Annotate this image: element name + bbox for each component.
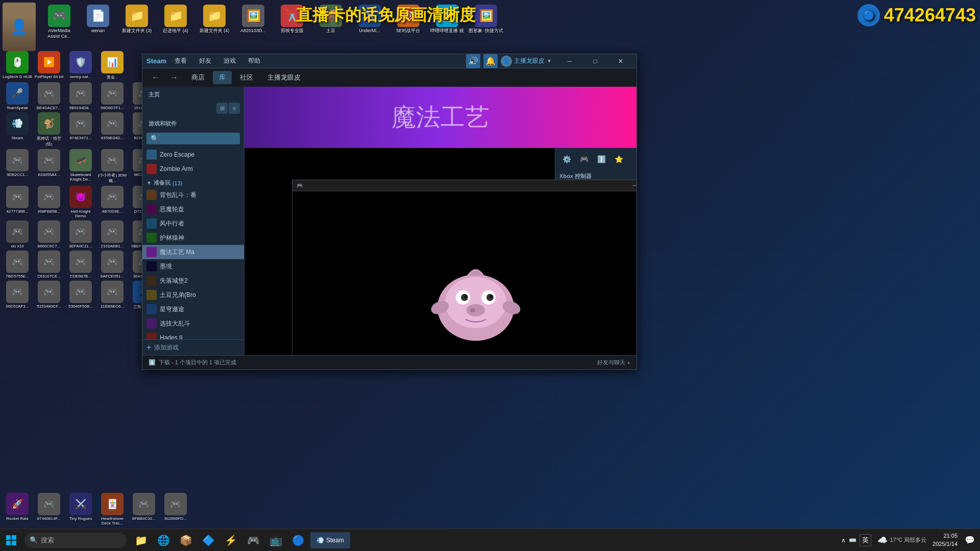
top-icon-5[interactable]: 🖼️ A820103D... [235,3,272,41]
left-icon-0-0[interactable]: 🖱️ Logitech G HUB [3,51,32,80]
game-item-prepare-10[interactable]: Hades II [142,331,244,339]
top-icon-1[interactable]: 📄 wenan [80,3,116,41]
left-icon-4-2[interactable]: 😈 Hell Knight Demo [66,186,95,218]
steam-menu-games[interactable]: 游戏 [222,56,238,66]
taskbar-pin-app1[interactable]: 🔷 [198,530,218,550]
left-icon-3-0[interactable]: 🎮 3DB2CC1... [3,149,32,184]
bottom-icon-5[interactable]: 🎮 902689FD... [161,493,190,525]
taskbar-pin-app3[interactable]: 🎮 [243,530,263,550]
left-icon-3-3[interactable]: 🎮 (小小吟者) 3DM概... [97,149,127,184]
left-icon-0-2[interactable]: 🛡️ sentry-nat... [66,51,95,80]
game-item-0[interactable]: Zero Escape [142,147,244,162]
minimize-btn[interactable]: ─ [558,54,581,68]
left-icon-3-2[interactable]: 🛹 Skateboard Knight De... [66,149,95,184]
info-icon[interactable]: ℹ️ [594,152,608,166]
taskbar-steam-btn[interactable]: 💨 Steam [310,532,350,548]
steam-menu-friends[interactable]: 好友 [197,56,213,66]
left-icon-2-2[interactable]: 🎮 874E3471... [66,112,95,147]
left-icon-7-3[interactable]: 🎮 11EB6EC6... [97,281,127,310]
star-icon[interactable]: ⭐ [611,152,626,166]
nav-back-btn[interactable]: ← [149,70,163,85]
bottom-icon-3[interactable]: 🃏 Hearthstone Deck Trac... [97,493,127,525]
taskbar-pin-store[interactable]: 📦 [176,530,196,550]
lang-indicator[interactable]: 英 [860,534,871,546]
close-btn[interactable]: ✕ [609,54,632,68]
settings-icon[interactable]: ⚙️ [559,152,574,166]
left-icon-4-1[interactable]: 🎮 468FB85B... [34,186,64,218]
left-icon-6-0[interactable]: 🎮 7BD5755E... [3,251,32,279]
taskbar-pin-app2[interactable]: ⚡ [220,530,241,550]
game-item-prepare-1[interactable]: 恶魔轮盘 [142,202,244,216]
taskbar-search[interactable]: 🔍 搜索 [24,533,127,548]
left-icon-4-3[interactable]: 🎮 4B70D3E... [97,186,127,218]
top-icon-0[interactable]: 🎮 AVerMedia Assist Ce... [41,3,78,41]
left-icon-6-1[interactable]: 🎮 C63107CE... [34,251,64,279]
game-item-prepare-6[interactable]: 失落城堡2 [142,273,244,288]
notification-icon[interactable]: 🔔 [483,54,498,68]
left-icon-6-3[interactable]: 🎮 6AFCE051... [97,251,127,279]
view-grid-btn[interactable]: ⊞ [216,103,228,114]
game-item-prepare-8[interactable]: 星穹遨途 [142,302,244,316]
left-icon-5-0[interactable]: 🎮 xio x10 [3,220,32,248]
nav-store[interactable]: 商店 [185,71,211,84]
top-icon-3[interactable]: 📁 赶进地平 (4) [157,3,194,41]
bottom-icon-0[interactable]: 🚀 Rocket Rats [3,493,32,525]
game-item-prepare-4[interactable]: 魔法工艺 Ma [142,245,244,259]
taskbar-clock[interactable]: 21:05 2025/1/14 [928,532,962,548]
taskbar-pin-edge[interactable]: 🌐 [153,530,174,550]
left-icon-7-2[interactable]: 🎮 53046F50B... [66,281,95,310]
left-icon-5-2[interactable]: 🎮 3EFA0C21... [66,220,95,248]
left-icon-2-3[interactable]: 🎮 8359E04D... [97,112,127,147]
nav-profile-streamer[interactable]: 主播龙眼皮 [261,71,307,84]
sidebar-search[interactable]: 🔍 [146,133,240,144]
controller-panel-icon[interactable]: 🎮 [577,152,591,166]
l-icon-label-5-3: 2102AEB1... [101,244,124,248]
left-icon-7-1[interactable]: 🎮 5153480CF... [34,281,64,310]
bottom-icon-1[interactable]: 🎮 87466814F... [34,493,64,525]
left-icon-0-3[interactable]: 📊 黄金... [97,51,127,80]
left-icon-1-2[interactable]: 🎮 9B9194D8... [66,82,95,110]
left-icon-1-0[interactable]: 🎤 TeamSpeak [3,82,32,110]
speaker-icon[interactable]: 🔊 [466,54,480,68]
game-item-prepare-2[interactable]: 风中行者 [142,216,244,231]
game-item-prepare-9[interactable]: 选技大乱斗 [142,316,244,331]
game-item-prepare-0[interactable]: 背包乱斗：番 [142,188,244,202]
game-item-prepare-3[interactable]: 护林猿神 [142,231,244,245]
taskbar-pin-app5[interactable]: 🔵 [288,530,308,550]
notification-panel-btn[interactable]: 💬 [964,534,976,546]
left-icon-2-0[interactable]: 💨 Steam [3,112,32,147]
left-icon-7-0[interactable]: 🎮 00D52AF3... [3,281,32,310]
taskbar-pin-files[interactable]: 📁 [131,530,151,550]
bottom-icon-2[interactable]: ⚔️ Tiny Rogues [66,493,95,525]
category-prepare[interactable]: ▼ 准备玩 (13) [142,176,244,188]
tray-expand-icon[interactable]: ∧ [841,537,846,544]
top-icon-4[interactable]: 📁 新建文件夹 (4) [196,3,233,41]
start-button[interactable] [0,529,22,552]
game-item-1[interactable]: Zombie Arm [142,162,244,176]
left-icon-1-1[interactable]: 🎮 BE4DACE7... [34,82,64,110]
bottom-icon-4[interactable]: 🎮 6FBB4C32... [129,493,159,525]
left-icon-0-1[interactable]: ▶️ PotPlayer 64 bit [34,51,64,80]
maximize-btn[interactable]: □ [583,54,607,68]
taskbar-pin-app4[interactable]: 📺 [265,530,286,550]
left-icon-3-1[interactable]: 🎮 633055A4... [34,149,64,184]
dialog-minimize[interactable]: ─ [630,182,636,190]
left-icon-4-0[interactable]: 🎮 4277736B... [3,186,32,218]
left-icon-5-1[interactable]: 🎮 8660C6C7... [34,220,64,248]
add-game-btn[interactable]: + 添加游戏 [142,339,244,355]
nav-forward-btn[interactable]: → [167,70,181,85]
steam-menu-help[interactable]: 帮助 [246,56,262,66]
left-icon-1-3[interactable]: 🎮 08D6D7F1... [97,82,127,110]
steam-menu-view[interactable]: 查看 [173,56,189,66]
left-icon-6-2[interactable]: 🎮 CDE987B... [66,251,95,279]
left-icon-2-1[interactable]: 🐒 黑神话：悟空 (悟) [34,112,64,147]
profile-btn[interactable]: 👤 主播龙眼皮 ▼ [501,56,552,67]
nav-community[interactable]: 社区 [234,71,259,84]
nav-library[interactable]: 库 [213,71,232,84]
game-item-prepare-5[interactable]: 墨境 [142,259,244,273]
left-icon-5-3[interactable]: 🎮 2102AEB1... [97,220,127,248]
game-item-prepare-7[interactable]: 土豆兄弟(Bro [142,288,244,302]
friends-chat-btn[interactable]: 好友与聊天 + [597,359,630,366]
top-icon-2[interactable]: 📁 新建文件夹 (3) [118,3,155,41]
view-list-btn[interactable]: ≡ [229,103,240,114]
